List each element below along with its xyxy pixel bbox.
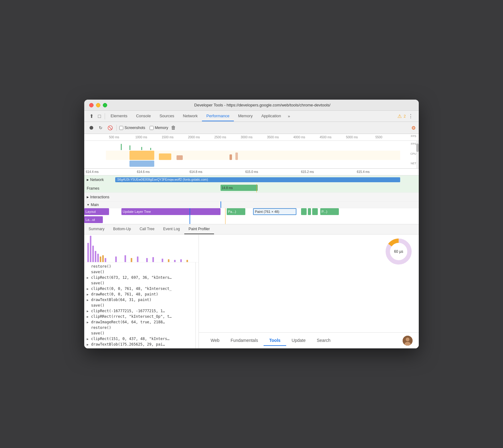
paint-cmd-save-3[interactable]: save()	[84, 303, 195, 308]
paint-cmd-restore-1[interactable]: restore()	[84, 264, 195, 269]
user-avatar[interactable]	[403, 336, 413, 346]
web-nav-update[interactable]: Update	[286, 335, 311, 346]
tab-performance[interactable]: Performance	[202, 111, 234, 121]
inspect-icon[interactable]: □	[95, 112, 103, 120]
p-end-block[interactable]: P...)	[320, 208, 339, 215]
chart-bar-13	[146, 258, 148, 262]
paint-command-list: restore() save() ▶ clipRect(673, 12, 697…	[84, 262, 196, 348]
network-bar[interactable]: :S6g4U3t-Y5UEw0lE80llgEseQY3FEmqw.woff2 …	[115, 177, 400, 182]
right-panel: 60 µs Web Fundamentals Tools Update Sear…	[199, 235, 419, 348]
tab-sources[interactable]: Sources	[155, 111, 179, 121]
tab-network[interactable]: Network	[179, 111, 202, 121]
paint-cmd-cliprect-1[interactable]: ▶ clipRect(673, 12, 697, 36, "kInters…	[84, 275, 195, 280]
paint-cmd-cliprect-3[interactable]: ▶ clipRect(-16777215, -16777215, 1…	[84, 308, 195, 314]
clear-button[interactable]: 🚫	[106, 124, 114, 132]
chart-bar-4	[95, 251, 96, 262]
ruler-tick-3500: 3500 ms	[267, 136, 279, 139]
chart-bar-14	[152, 257, 154, 262]
bottom-content: restore() save() ▶ clipRect(673, 12, 697…	[84, 235, 419, 348]
donut-label: 60 µs	[394, 249, 403, 254]
main-track-label: ▼ Main	[84, 203, 115, 207]
menu-button[interactable]: ⋮	[406, 111, 416, 122]
web-nav-web[interactable]: Web	[205, 335, 225, 346]
green-mini-3[interactable]	[312, 208, 318, 215]
ruler-tick-2000: 2000 ms	[188, 136, 200, 139]
flame-tick-2: 614.6 ms	[137, 170, 150, 174]
network-track: ▶ Network :S6g4U3t-Y5UEw0lE80llgEseQY3FE…	[84, 175, 419, 184]
flame-tick-1: 614.4 ms	[86, 170, 98, 174]
paint-cmd-cliprect-2[interactable]: ▶ clipRect(0, 0, 761, 48, "kIntersect_	[84, 286, 195, 291]
reload-button[interactable]: ↻	[97, 124, 105, 132]
orange-line-main	[225, 208, 225, 224]
chart-bar-18	[180, 259, 182, 262]
memory-checkbox[interactable]	[150, 126, 154, 130]
tab-call-tree[interactable]: Call Tree	[135, 224, 159, 234]
donut-chart-container: 60 µs	[385, 238, 413, 265]
chart-bar-11	[131, 258, 132, 262]
paint-cmd-save-2[interactable]: save()	[84, 280, 195, 286]
green-mini-2[interactable]	[308, 208, 311, 215]
cpu-right-label: CPU	[410, 152, 416, 155]
frames-track-label: Frames	[84, 186, 115, 191]
memory-check-group: Memory	[150, 126, 168, 130]
paint-cmd-restore-2[interactable]: restore()	[84, 325, 195, 330]
update-layer-tree-block[interactable]: Update Layer Tree	[121, 208, 221, 215]
web-nav-fundamentals[interactable]: Fundamentals	[225, 335, 264, 346]
tab-memory[interactable]: Memory	[234, 111, 257, 121]
flame-ruler: 614.4 ms 614.6 ms 614.8 ms 615.0 ms 615.…	[84, 169, 419, 175]
paint-block[interactable]: Paint (761 × 48)	[253, 208, 296, 215]
green-mini-1[interactable]	[301, 208, 307, 215]
paint-cmd-cliprrect[interactable]: ▶ clipRRect(rrect, "kIntersect_Op", t…	[84, 314, 195, 319]
frames-track: Frames 14.8 ms	[84, 184, 419, 193]
tab-paint-profiler[interactable]: Paint Profiler	[184, 224, 214, 234]
chart-bar-9	[115, 256, 117, 262]
interactions-track-label: ▶ Interactions	[84, 195, 115, 199]
flame-tick-4: 615.0 ms	[245, 170, 258, 174]
paint-cmd-drawimagerect[interactable]: ▶ drawImageRect(64, 64, true, 2188…	[84, 319, 195, 325]
chart-bar-1	[87, 243, 89, 262]
traffic-lights	[89, 103, 107, 107]
record-button[interactable]	[87, 124, 95, 132]
delete-button[interactable]: 🗑	[169, 124, 177, 132]
main-track-header: ▼ Main	[84, 201, 419, 208]
paint-cmd-cliprect-4[interactable]: ▶ clipRect(151, 0, 437, 48, "kInters…	[84, 336, 195, 342]
tab-elements[interactable]: Elements	[106, 111, 132, 121]
paint-cmd-save-1[interactable]: save()	[84, 269, 195, 275]
warning-badge: ⚠ 2	[397, 113, 406, 119]
chart-bar-12	[137, 256, 138, 262]
chart-bar-19	[186, 260, 188, 262]
network-track-label: ▶ Network	[84, 178, 115, 182]
scrollbar-thumb[interactable]	[416, 144, 419, 152]
tab-application[interactable]: Application	[257, 111, 286, 121]
window-title: Developer Tools - https://developers.goo…	[111, 103, 414, 107]
tab-summary[interactable]: Summary	[84, 224, 109, 234]
cursor-icon[interactable]: ⬆	[87, 112, 95, 120]
more-tabs-button[interactable]: »	[285, 111, 292, 121]
pa-block[interactable]: Pa...)	[227, 208, 245, 215]
main-track-blocks: Layout Update Layer Tree Pa...) Paint (7…	[84, 208, 419, 224]
close-button[interactable]	[89, 103, 94, 107]
maximize-button[interactable]	[103, 103, 107, 107]
net-right-label: NET	[411, 162, 416, 165]
layout-sub-block[interactable]: La...ut	[84, 216, 103, 223]
tab-event-log[interactable]: Event Log	[159, 224, 184, 234]
tab-bottom-up[interactable]: Bottom-Up	[109, 224, 135, 234]
frames-bar[interactable]: 14.8 ms	[221, 185, 258, 191]
ruler-tick-1000: 1000 ms	[135, 136, 147, 139]
paint-cmd-drawrect[interactable]: ▶ drawRect(0, 0, 761, 48, paint)	[84, 291, 195, 297]
blue-marker	[221, 201, 221, 208]
svg-point-3	[406, 338, 409, 341]
screenshots-label: Screenshots	[125, 126, 145, 130]
web-nav-search[interactable]: Search	[311, 335, 336, 346]
ruler-tick-4500: 4500 ms	[320, 136, 331, 139]
paint-cmd-drawtextblob-2[interactable]: ▶ drawTextBlob(175.265625, 29, pai…	[84, 342, 195, 347]
web-nav-tools[interactable]: Tools	[264, 335, 286, 346]
screenshots-checkbox[interactable]	[119, 126, 123, 130]
settings-icon[interactable]: ⚙	[411, 125, 416, 131]
ruler-tick-5000: 5000 ms	[346, 136, 358, 139]
minimize-button[interactable]	[96, 103, 100, 107]
paint-cmd-drawtextblob-1[interactable]: ▶ drawTextBlob(64, 31, paint)	[84, 297, 195, 303]
tab-console[interactable]: Console	[132, 111, 155, 121]
layout-block[interactable]: Layout	[84, 208, 109, 215]
paint-cmd-save-4[interactable]: save()	[84, 330, 195, 336]
